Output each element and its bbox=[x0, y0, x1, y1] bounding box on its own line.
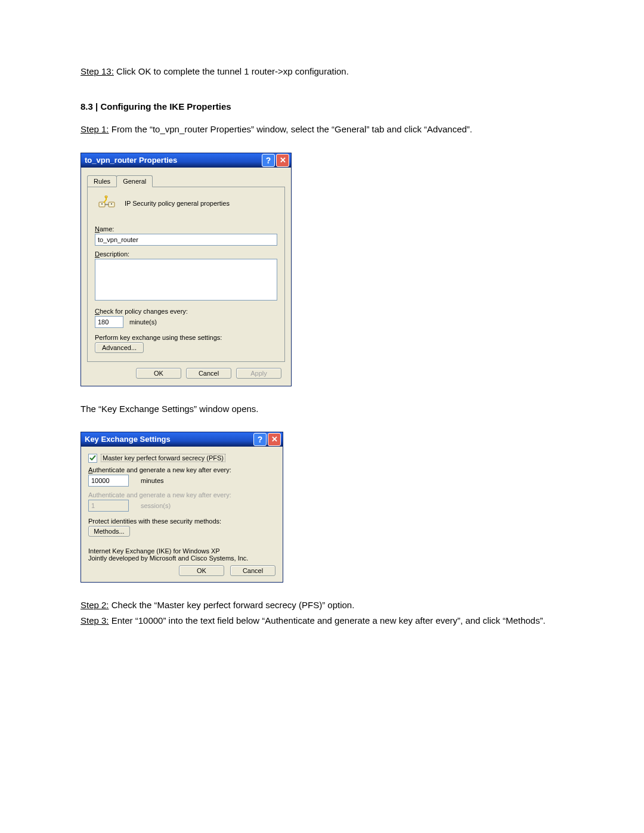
tab-strip: Rules General bbox=[87, 174, 285, 187]
kes-opens: The “Key Exchange Settings” window opens… bbox=[80, 403, 564, 415]
step2-text: Check the “Master key perfect forward se… bbox=[109, 600, 355, 610]
auth-minutes-input[interactable] bbox=[88, 475, 129, 487]
description-textarea[interactable] bbox=[95, 259, 277, 301]
close-icon: ✕ bbox=[271, 435, 278, 444]
cancel-button[interactable]: Cancel bbox=[186, 368, 231, 379]
icon-caption: IP Security policy general properties bbox=[125, 200, 230, 207]
step13-label: Step 13: bbox=[80, 66, 114, 76]
info-line-1: Internet Key Exchange (IKE) for Windows … bbox=[88, 547, 275, 555]
advanced-button[interactable]: Advanced... bbox=[95, 342, 144, 353]
dialog-buttons: OK Cancel bbox=[88, 565, 275, 576]
protect-label: Protect identities with these security m… bbox=[88, 518, 275, 525]
step3-line: Step 3: Enter “10000” into the text fiel… bbox=[80, 615, 564, 627]
description-label: Description: bbox=[95, 250, 277, 258]
help-icon: ? bbox=[266, 156, 271, 165]
svg-point-4 bbox=[111, 203, 112, 205]
step2-line: Step 2: Check the “Master key perfect fo… bbox=[80, 599, 564, 611]
close-button[interactable]: ✕ bbox=[276, 154, 289, 167]
ok-button[interactable]: OK bbox=[136, 368, 181, 379]
window-title: Key Exchange Settings bbox=[85, 435, 171, 444]
step3-label: Step 3: bbox=[80, 615, 109, 625]
key-exchange-dialog: Key Exchange Settings ? ✕ Master key per… bbox=[80, 432, 283, 583]
perform-label: Perform key exchange using these setting… bbox=[95, 334, 277, 341]
minutes-unit: minutes bbox=[141, 477, 164, 484]
auth-sess-label: Authenticate and generate a new key afte… bbox=[88, 491, 275, 498]
tab-panel-general: IP Security policy general properties Na… bbox=[87, 187, 285, 362]
help-button[interactable]: ? bbox=[253, 433, 267, 446]
step1-text: From the “to_vpn_router Properties” wind… bbox=[109, 124, 472, 134]
close-button[interactable]: ✕ bbox=[268, 433, 281, 446]
methods-button[interactable]: Methods... bbox=[88, 526, 130, 537]
properties-dialog: to_vpn_router Properties ? ✕ Rules Gener… bbox=[80, 153, 292, 386]
name-label: Name: bbox=[95, 225, 277, 233]
step1-line: Step 1: From the “to_vpn_router Properti… bbox=[80, 123, 564, 135]
policy-icon bbox=[98, 196, 116, 211]
tab-rules[interactable]: Rules bbox=[87, 175, 117, 187]
check-interval-input[interactable] bbox=[95, 316, 123, 328]
titlebar[interactable]: to_vpn_router Properties ? ✕ bbox=[81, 153, 291, 168]
help-icon: ? bbox=[258, 435, 263, 444]
auth-sessions-input bbox=[88, 500, 129, 512]
step2-label: Step 2: bbox=[80, 600, 109, 610]
pfs-checkbox[interactable] bbox=[88, 454, 97, 463]
minutes-unit: minute(s) bbox=[129, 318, 157, 326]
close-icon: ✕ bbox=[280, 156, 286, 165]
info-block: Internet Key Exchange (IKE) for Windows … bbox=[88, 547, 275, 562]
check-label: Check for policy changes every: bbox=[95, 308, 277, 315]
help-button[interactable]: ? bbox=[262, 154, 275, 167]
info-line-2: Jointly developed by Microsoft and Cisco… bbox=[88, 555, 275, 562]
pfs-label: Master key perfect forward secrecy (PFS) bbox=[101, 454, 225, 462]
tab-general[interactable]: General bbox=[116, 175, 153, 187]
svg-point-5 bbox=[105, 196, 107, 198]
apply-button[interactable]: Apply bbox=[236, 368, 281, 379]
titlebar[interactable]: Key Exchange Settings ? ✕ bbox=[81, 432, 283, 447]
pfs-row: Master key perfect forward secrecy (PFS) bbox=[88, 454, 275, 463]
step13-text: Click OK to complete the tunnel 1 router… bbox=[114, 66, 349, 76]
svg-point-3 bbox=[101, 203, 103, 205]
cancel-button[interactable]: Cancel bbox=[230, 565, 275, 576]
section-heading: 8.3 | Configuring the IKE Properties bbox=[80, 101, 564, 112]
step3-text: Enter “10000” into the text field below … bbox=[109, 615, 546, 625]
step1-label: Step 1: bbox=[80, 124, 109, 134]
ok-button[interactable]: OK bbox=[179, 565, 224, 576]
window-title: to_vpn_router Properties bbox=[85, 156, 177, 165]
sessions-unit: session(s) bbox=[141, 502, 171, 509]
dialog-buttons: OK Cancel Apply bbox=[87, 362, 285, 379]
step13-line: Step 13: Click OK to complete the tunnel… bbox=[80, 66, 564, 78]
name-input[interactable] bbox=[95, 234, 277, 246]
auth-min-label: Authenticate and generate a new key afte… bbox=[88, 466, 275, 473]
